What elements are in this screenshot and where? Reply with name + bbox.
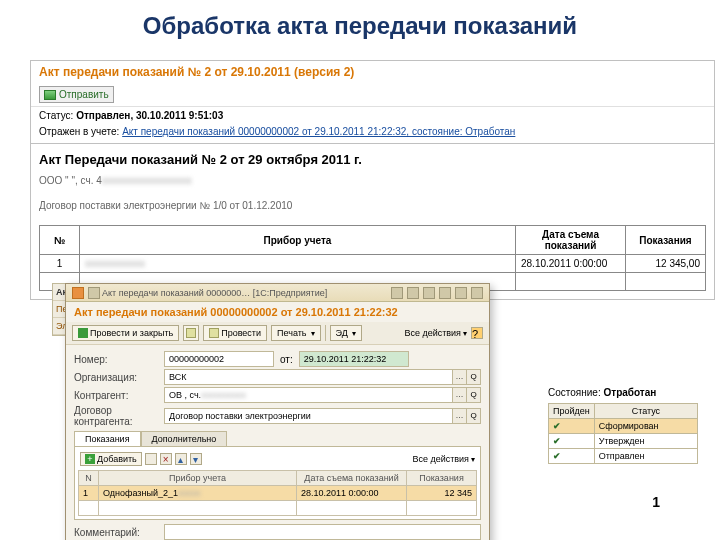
cell-value: 12 345,00 [626,255,706,273]
toolbar-icon[interactable] [391,287,403,299]
reflected-prefix: Отражен в учете: [39,126,119,137]
toolbar-icon[interactable] [407,287,419,299]
cell-device: xxxxxxxxxxxx [80,255,516,273]
send-label: Отправить [59,89,109,100]
copy-icon[interactable] [145,453,157,465]
chevron-down-icon: ▾ [471,455,475,464]
open-button[interactable]: Q [467,408,481,424]
down-icon[interactable]: ▾ [190,453,202,465]
org-label: Организация: [74,372,164,383]
grid-row[interactable]: 1 Однофазный_2_1xxxxx 28.10.2011 0:00:00… [79,486,477,501]
scol-passed: Пройден [549,404,595,419]
sub-wintitle: Акт передачи показаний 0000000… [1С:Пред… [102,288,389,298]
document-org: ООО " ", сч. 4xxxxxxxxxxxxxxxxxx [39,175,706,186]
post-icon [209,328,219,338]
tab-readings[interactable]: Показания [74,431,141,446]
scol-status: Статус [594,404,697,419]
reflected-line: Отражен в учете: Акт передачи показаний … [31,124,714,143]
maximize-icon[interactable] [455,287,467,299]
btn-label: ЭД [336,328,348,338]
btn-label: Провести [221,328,261,338]
check-icon: ✔ [549,434,595,449]
btn-label: Печать [277,328,306,338]
send-button[interactable]: Отправить [39,86,114,103]
save-button[interactable] [183,325,199,341]
gcell-n: 1 [79,486,99,501]
state-row[interactable]: ✔Отправлен [549,449,698,464]
comment-label: Комментарий: [74,527,164,538]
number-field[interactable]: 00000000002 [164,351,274,367]
contract-label: Договор контрагента: [74,405,164,427]
toolbar-icon[interactable] [423,287,435,299]
disk-icon [186,328,196,338]
table-row[interactable]: 1 xxxxxxxxxxxx 28.10.2011 0:00:00 12 345… [40,255,706,273]
select-button[interactable]: … [453,369,467,385]
main-window-title: Акт передачи показаний № 2 от 29.10.2011… [31,61,714,83]
state-row[interactable]: ✔Утвержден [549,434,698,449]
minimize-icon[interactable] [439,287,451,299]
tabs: Показания Дополнительно [74,431,481,446]
state-cell: Утвержден [594,434,697,449]
tab-panel: +Добавить × ▴ ▾ Все действия▾ N Прибор у… [74,446,481,520]
col-date: Дата съема показаний [516,226,626,255]
app-icon [72,287,84,299]
chevron-down-icon: ▾ [463,329,467,338]
date-field[interactable]: 29.10.2011 21:22:32 [299,351,409,367]
star-icon[interactable] [88,287,100,299]
number-label: Номер: [74,354,164,365]
separator [325,325,326,341]
add-button[interactable]: +Добавить [80,452,142,466]
state-cell: Сформирован [594,419,697,434]
post-button[interactable]: Провести [203,325,267,341]
select-button[interactable]: … [453,387,467,403]
col-device: Прибор учета [80,226,516,255]
main-toolbar: Отправить [31,83,714,107]
up-icon[interactable]: ▴ [175,453,187,465]
gcol-device: Прибор учета [99,471,297,486]
open-button[interactable]: Q [467,387,481,403]
panel-toolbar: +Добавить × ▴ ▾ Все действия▾ [78,450,477,470]
counterparty-field[interactable]: ОВ , сч.xxxxxxxxxx [164,387,453,403]
sub-toolbar: Провести и закрыть Провести Печать▾ ЭД▾ … [66,322,489,345]
sub-titlebar: Акт передачи показаний 0000000… [1С:Пред… [66,284,489,302]
close-icon[interactable] [471,287,483,299]
readings-grid: N Прибор учета Дата съема показаний Пока… [78,470,477,516]
status-line: Статус: Отправлен, 30.10.2011 9:51:03 [31,107,714,124]
gcell-value: 12 345 [407,486,477,501]
check-icon: ✔ [549,419,595,434]
state-cell: Отправлен [594,449,697,464]
chevron-down-icon: ▾ [311,329,315,338]
state-label: Состояние: Отработан [548,387,656,398]
sub-header: Акт передачи показаний 00000000002 от 29… [66,302,489,322]
ed-button[interactable]: ЭД▾ [330,325,362,341]
check-icon: ✔ [549,449,595,464]
tab-additional[interactable]: Дополнительно [141,431,228,446]
btn-label: Добавить [97,454,137,464]
from-label: от: [280,354,293,365]
select-button[interactable]: … [453,408,467,424]
delete-icon[interactable]: × [160,453,172,465]
plus-icon: + [85,454,95,464]
counterparty-label: Контрагент: [74,390,164,401]
save-icon [78,328,88,338]
org-field[interactable]: ВСК [164,369,453,385]
all-actions-button[interactable]: Все действия▾ [404,328,467,338]
comment-field[interactable] [164,524,481,540]
main-window: Акт передачи показаний № 2 от 29.10.2011… [30,60,715,300]
col-value: Показания [626,226,706,255]
col-n: № [40,226,80,255]
grid-row [79,501,477,516]
open-button[interactable]: Q [467,369,481,385]
cell-date: 28.10.2011 0:00:00 [516,255,626,273]
sub-window: Акт передачи показаний 0000000… [1С:Пред… [65,283,490,540]
envelope-icon [44,90,56,100]
chevron-down-icon: ▾ [352,329,356,338]
reflected-link[interactable]: Акт передачи показаний 00000000002 от 29… [122,126,515,137]
print-button[interactable]: Печать▾ [271,325,320,341]
btn-label: Провести и закрыть [90,328,173,338]
all-actions-button[interactable]: Все действия▾ [412,454,475,464]
help-icon[interactable]: ? [471,327,483,339]
contract-field[interactable]: Договор поставки электроэнергии [164,408,453,424]
post-and-close-button[interactable]: Провести и закрыть [72,325,179,341]
state-row[interactable]: ✔Сформирован [549,419,698,434]
